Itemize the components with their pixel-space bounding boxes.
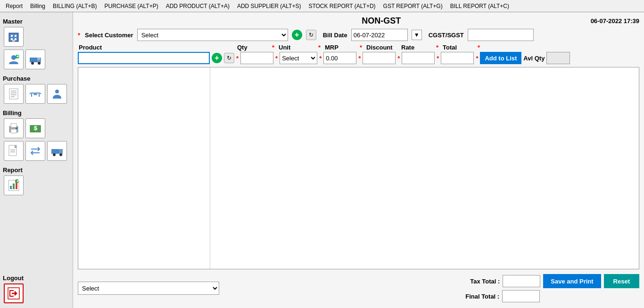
sidebar-icon-logout[interactable] bbox=[4, 283, 24, 303]
customer-label: Select Customer bbox=[85, 32, 133, 39]
final-total-label: Final Total : bbox=[465, 293, 499, 300]
total-input[interactable] bbox=[441, 52, 474, 64]
svg-rect-9 bbox=[30, 58, 37, 62]
svg-rect-1 bbox=[11, 35, 13, 37]
save-print-button[interactable]: Save and Print bbox=[543, 274, 601, 288]
menu-item-stock-report[interactable]: STOCK REPORT (ALT+D) bbox=[305, 2, 379, 10]
discount-input[interactable] bbox=[363, 52, 396, 64]
truck-icon bbox=[29, 53, 42, 66]
sidebar-icon-purchase1[interactable] bbox=[4, 84, 24, 104]
person-icon bbox=[50, 87, 64, 100]
menu-item-billing[interactable]: Billing bbox=[26, 2, 49, 10]
menu-item-report[interactable]: Report bbox=[2, 2, 26, 10]
rate-req-star: * bbox=[437, 55, 439, 62]
delivery-icon bbox=[50, 144, 64, 158]
menu-item-bill-report[interactable]: BILL REPORT (ALT+C) bbox=[446, 2, 513, 10]
product-refresh-button[interactable]: ↻ bbox=[224, 53, 234, 63]
menu-item-gst-report[interactable]: GST REPORT (ALT+G) bbox=[380, 2, 446, 10]
content-area: NON-GST 06-07-2022 17:39 * Select Custom… bbox=[73, 12, 644, 308]
menu-item-add-supplier[interactable]: ADD SUPPLIER (ALT+S) bbox=[233, 2, 305, 10]
document-icon bbox=[7, 144, 20, 158]
final-total-input[interactable] bbox=[502, 290, 540, 302]
qty-star: * bbox=[272, 44, 277, 51]
svg-marker-33 bbox=[59, 149, 63, 154]
sidebar-section-report: Report bbox=[3, 166, 71, 174]
product-input-row: + ↻ * * Select KG PCS LTR * * * * bbox=[78, 52, 639, 64]
product-add-button[interactable]: + bbox=[212, 53, 222, 63]
svg-point-6 bbox=[11, 55, 16, 60]
svg-point-19 bbox=[33, 92, 37, 95]
sidebar-master-icons2: + bbox=[4, 50, 71, 69]
left-panel bbox=[78, 67, 210, 269]
mrp-star: * bbox=[360, 44, 364, 51]
customer-add-button[interactable]: + bbox=[292, 30, 302, 40]
customer-select[interactable]: Select bbox=[137, 29, 288, 41]
header-row: NON-GST 06-07-2022 17:39 bbox=[78, 16, 639, 26]
svg-rect-37 bbox=[10, 186, 12, 189]
sidebar-billing-icons2 bbox=[4, 141, 71, 161]
svg-text:✓: ✓ bbox=[16, 179, 20, 184]
total-req-star: * bbox=[476, 55, 478, 62]
sidebar-icon-billing1[interactable] bbox=[4, 118, 24, 138]
datetime-label: 06-07-2022 17:39 bbox=[591, 17, 639, 25]
bill-date-input[interactable] bbox=[351, 29, 408, 41]
sidebar-icon-billing4[interactable] bbox=[25, 141, 45, 161]
total-star: * bbox=[478, 44, 482, 51]
chart-icon: ✓ bbox=[7, 179, 20, 192]
tax-total-row: Tax Total : Save and Print Reset bbox=[465, 274, 639, 288]
product-col-labels: Product Qty * Unit * MRP * Discount Rate… bbox=[78, 44, 639, 51]
svg-point-34 bbox=[53, 153, 56, 156]
qty-col-label: Qty bbox=[237, 44, 270, 51]
qty-input[interactable] bbox=[240, 52, 273, 64]
footer-totals: Tax Total : Save and Print Reset Final T… bbox=[465, 274, 639, 302]
svg-rect-22 bbox=[11, 124, 17, 127]
product-input[interactable] bbox=[78, 52, 210, 64]
sidebar-icon-report1[interactable]: ✓ bbox=[4, 175, 24, 195]
sidebar-icon-billing3[interactable] bbox=[4, 141, 24, 161]
menu-item-billing-alt[interactable]: BILLING (ALT+B) bbox=[49, 2, 100, 10]
cgst-input[interactable] bbox=[468, 29, 534, 41]
sidebar-icon-billing5[interactable] bbox=[47, 141, 67, 161]
avl-qty-label: Avl Qty bbox=[523, 55, 545, 62]
mrp-input[interactable] bbox=[323, 52, 356, 64]
sidebar-section-purchase: Purchase bbox=[3, 75, 71, 82]
sidebar-icon-master1[interactable] bbox=[4, 27, 24, 47]
sidebar-icon-master2[interactable]: + bbox=[4, 50, 24, 69]
tax-total-label: Tax Total : bbox=[470, 278, 500, 285]
calendar-button[interactable]: ▼ bbox=[412, 30, 422, 40]
sidebar-icon-master3[interactable] bbox=[25, 50, 45, 69]
svg-point-12 bbox=[31, 62, 34, 65]
menu-item-add-product[interactable]: ADD PRODUCT (ALT+A) bbox=[162, 2, 233, 10]
sidebar-logout-icons bbox=[4, 283, 71, 303]
footer-select[interactable]: Select bbox=[78, 282, 219, 295]
svg-rect-2 bbox=[15, 35, 17, 37]
svg-rect-5 bbox=[12, 40, 15, 42]
bill-date-label: Bill Date bbox=[323, 32, 347, 39]
cash-icon: $ bbox=[29, 122, 42, 135]
menu-item-purchase[interactable]: PURCHASE (ALT+P) bbox=[101, 2, 162, 10]
sidebar-icon-purchase3[interactable] bbox=[47, 84, 67, 104]
exchange-icon bbox=[29, 144, 42, 158]
sidebar-purchase-icons bbox=[4, 84, 71, 104]
page-title: NON-GST bbox=[172, 16, 591, 26]
unit-select[interactable]: Select KG PCS LTR bbox=[280, 52, 317, 64]
sidebar-master-icons bbox=[4, 27, 71, 47]
sidebar-icon-purchase2[interactable] bbox=[25, 84, 45, 104]
customer-refresh-button[interactable]: ↻ bbox=[306, 30, 316, 40]
svg-point-13 bbox=[38, 62, 41, 65]
sidebar: Master + bbox=[0, 12, 73, 308]
add-to-list-button[interactable]: Add to List bbox=[480, 52, 521, 64]
building-icon bbox=[7, 30, 20, 43]
svg-text:+: + bbox=[16, 53, 20, 60]
tax-total-input[interactable] bbox=[503, 275, 540, 287]
rate-input[interactable] bbox=[402, 52, 435, 64]
rate-col-label: Rate bbox=[401, 44, 434, 51]
sidebar-icon-billing2[interactable]: $ bbox=[25, 118, 45, 138]
reset-button[interactable]: Reset bbox=[604, 274, 639, 288]
svg-rect-38 bbox=[13, 183, 15, 189]
discount-req-star: * bbox=[397, 55, 400, 62]
handshake-icon bbox=[29, 87, 42, 100]
svg-point-24 bbox=[16, 127, 17, 129]
svg-point-20 bbox=[55, 90, 59, 93]
svg-point-35 bbox=[59, 153, 62, 156]
